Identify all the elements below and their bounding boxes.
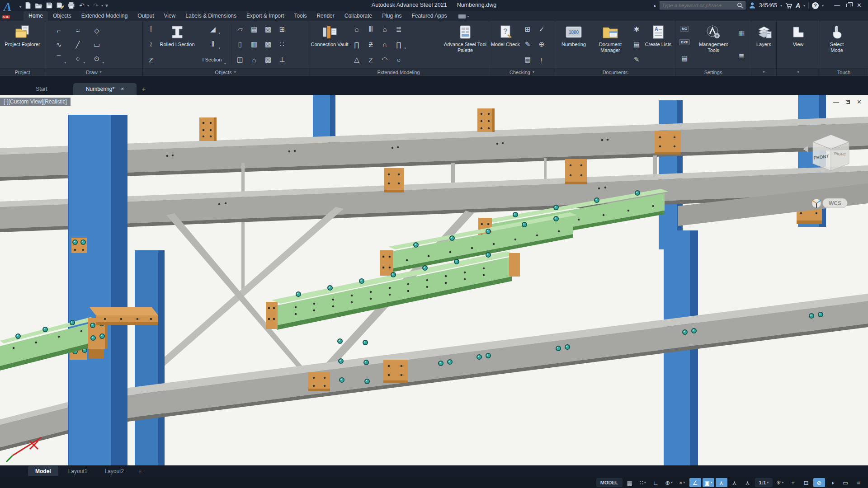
view-button[interactable]: View bbox=[787, 22, 810, 67]
dynamic-ucs-toggle[interactable]: ⋏ bbox=[742, 478, 754, 487]
dxf-badge[interactable]: DXF bbox=[679, 39, 690, 45]
minimize-button[interactable]: — bbox=[834, 2, 840, 9]
railing-icon[interactable]: ∏▾ bbox=[393, 39, 405, 50]
isolate-objects-toggle[interactable]: ⊘ bbox=[813, 478, 825, 487]
advance-steel-tool-palette-button[interactable]: Advance Steel Tool Palette bbox=[443, 22, 487, 67]
numbering-button[interactable]: 1000 Numbering bbox=[557, 22, 591, 67]
menu-tab-render[interactable]: Render bbox=[311, 11, 339, 21]
menu-tab-view[interactable]: View bbox=[159, 11, 180, 21]
arc-icon[interactable]: ⌒▾ bbox=[53, 53, 65, 64]
ellipse-icon[interactable]: ⊙▾ bbox=[91, 53, 103, 64]
file-tab-start[interactable]: Start bbox=[10, 83, 73, 95]
frame-truss-icon[interactable]: △ bbox=[351, 54, 363, 65]
ortho-mode-toggle[interactable]: ∟ bbox=[650, 478, 662, 487]
autodesk-exchange-icon[interactable]: A bbox=[796, 2, 800, 9]
audit-report-icon[interactable]: ! bbox=[536, 54, 547, 65]
select-mode-button[interactable]: Select Mode bbox=[824, 22, 850, 67]
curtain-wall-icon[interactable]: Ⅲ bbox=[365, 24, 377, 35]
search-input[interactable] bbox=[662, 3, 737, 8]
beam-curved-icon[interactable]: ≀ bbox=[145, 39, 157, 50]
document-table-icon[interactable]: ▤ bbox=[631, 39, 642, 50]
menu-tab-collaborate[interactable]: Collaborate bbox=[340, 11, 377, 21]
export-settings-icon[interactable]: ▤ bbox=[679, 53, 690, 64]
object-snap-toggle[interactable]: ⋏ bbox=[729, 478, 741, 487]
viewport-canvas[interactable]: FRONT RIGHT WCS bbox=[0, 95, 868, 465]
display-check-icon[interactable]: ▤ bbox=[522, 54, 533, 65]
rectangle-icon[interactable]: ▭ bbox=[91, 39, 103, 50]
grid-axes-icon[interactable]: ⊞ bbox=[276, 24, 288, 35]
hardware-acceleration-toggle[interactable]: ⊡ bbox=[800, 478, 812, 487]
panel-label-draw[interactable]: Draw▾ bbox=[45, 68, 142, 75]
column-back-left[interactable] bbox=[135, 250, 165, 465]
beam-i-icon[interactable]: Ⅰ bbox=[145, 24, 157, 35]
clean-screen-toggle[interactable]: ▭ bbox=[840, 478, 851, 487]
signed-in-user[interactable]: 345465 bbox=[759, 2, 777, 9]
sketch-line-icon[interactable]: ≈ bbox=[72, 25, 84, 36]
connection-vault-button[interactable]: Connection Vault bbox=[310, 22, 349, 67]
annotation-scale-button[interactable]: 1:1▾ bbox=[755, 478, 773, 487]
wcs-indicator[interactable]: WCS bbox=[812, 198, 847, 208]
add-layout-button[interactable]: + bbox=[134, 466, 146, 476]
viewport-controls-label[interactable]: [-][Custom View][Realistic] bbox=[0, 98, 71, 106]
exchange-caret-icon[interactable]: ▾ bbox=[803, 4, 805, 8]
project-explorer-button[interactable]: Project Explorer bbox=[2, 22, 43, 67]
polyline-icon[interactable]: ⌐ bbox=[53, 25, 65, 36]
help-icon[interactable]: ? bbox=[812, 2, 819, 9]
plot-button[interactable] bbox=[67, 1, 75, 9]
beam-poly-icon[interactable]: Ƶ bbox=[145, 54, 157, 65]
grating-variable-icon[interactable]: ▩ bbox=[262, 39, 274, 50]
grating-standard-icon[interactable]: ▩ bbox=[262, 24, 274, 35]
menu-tab-extended-modeling[interactable]: Extended Modeling bbox=[76, 11, 133, 21]
table-settings-icon[interactable]: ▦ bbox=[736, 28, 747, 38]
steel-connection-check-icon[interactable]: ✎ bbox=[522, 39, 533, 50]
app-store-cart-icon[interactable] bbox=[785, 2, 793, 9]
menu-tab-labels-dimensions[interactable]: Labels & Dimensions bbox=[180, 11, 241, 21]
clash-check-icon[interactable]: ⊞ bbox=[522, 24, 533, 35]
column-cap-plate[interactable] bbox=[90, 307, 158, 325]
plate-polygon-icon[interactable]: ⌂ bbox=[248, 54, 260, 65]
checked-objects-icon[interactable]: ✓ bbox=[536, 24, 547, 35]
truss-z-icon[interactable]: Ƶ bbox=[365, 39, 377, 50]
customize-quick-access-icon[interactable]: ▼ bbox=[104, 3, 109, 8]
roof-shed-icon[interactable]: ◠ bbox=[379, 54, 391, 65]
nc-badge[interactable]: NC bbox=[680, 26, 689, 32]
layout-tab-model[interactable]: Model bbox=[28, 466, 58, 476]
plate-folded-icon[interactable]: ▤ bbox=[248, 24, 260, 35]
close-button[interactable]: ✕ bbox=[857, 2, 862, 9]
menu-tab-featured-apps[interactable]: Featured Apps bbox=[407, 11, 452, 21]
spiral-stair-icon[interactable]: ○ bbox=[393, 54, 405, 65]
workspace-switching-toggle[interactable]: ✳▾ bbox=[774, 478, 786, 487]
menu-tab-home[interactable]: Home bbox=[24, 11, 48, 21]
panel-label-checking[interactable]: Checking▾ bbox=[489, 68, 555, 75]
customization-toggle[interactable]: ≡ bbox=[853, 478, 864, 487]
menu-tab-objects[interactable]: Objects bbox=[48, 11, 76, 21]
ribbon-display-toggle[interactable]: ▾ bbox=[458, 14, 469, 21]
search-box[interactable] bbox=[660, 1, 745, 9]
roof-hip-icon[interactable]: ∩ bbox=[379, 39, 391, 50]
open-file-button[interactable] bbox=[34, 1, 42, 9]
restore-button[interactable] bbox=[846, 4, 850, 7]
i-section-flyout-icon[interactable]: I Section▾ bbox=[202, 54, 225, 65]
management-tools-button[interactable]: Management Tools bbox=[693, 22, 734, 67]
menu-tab-plug-ins[interactable]: Plug-ins bbox=[377, 11, 406, 21]
drawing-restore-button[interactable] bbox=[846, 100, 850, 104]
app-logo[interactable]: A STL ▾ bbox=[2, 0, 19, 19]
menu-tab-output[interactable]: Output bbox=[132, 11, 159, 21]
brace-apex-plate[interactable] bbox=[308, 372, 330, 391]
menu-tab-export-import[interactable]: Export & Import bbox=[241, 11, 289, 21]
grating-bar-icon[interactable]: ▩ bbox=[262, 54, 274, 65]
layers-button[interactable]: Layers bbox=[753, 22, 775, 67]
center-of-gravity-icon[interactable]: ⊕ bbox=[536, 39, 547, 50]
document-revision-icon[interactable]: ✎ bbox=[631, 54, 642, 65]
shear-stud-icon[interactable]: ⊥ bbox=[276, 54, 288, 65]
user-menu-caret-icon[interactable]: ▾ bbox=[780, 4, 782, 8]
frame-gable-icon[interactable]: ⌂ bbox=[351, 24, 363, 35]
layout-tab-layout2[interactable]: Layout2 bbox=[97, 466, 131, 476]
rolled-i-section-button[interactable]: Rolled I Section bbox=[158, 22, 196, 67]
drawing-close-button[interactable]: ✕ bbox=[857, 99, 862, 105]
undo-caret-icon[interactable]: ▾ bbox=[87, 4, 89, 8]
user-avatar-icon[interactable] bbox=[749, 2, 756, 9]
polygon-icon[interactable]: ◇ bbox=[91, 25, 103, 36]
redo-caret-icon[interactable]: ▾ bbox=[101, 4, 103, 8]
purlin-z-icon[interactable]: Z bbox=[365, 54, 377, 65]
